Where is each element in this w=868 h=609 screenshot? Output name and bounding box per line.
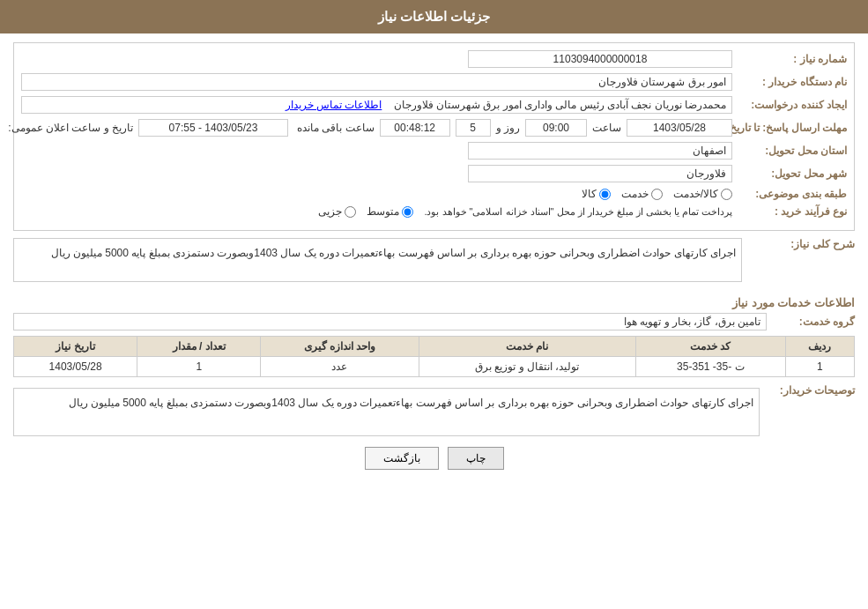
dastgah-label: نام دستگاه خریدار : xyxy=(732,76,847,88)
cell-nam: تولید، انتقال و توزیع برق xyxy=(419,357,635,377)
farayand-radio-group: پرداخت تمام یا بخشی از مبلغ خریدار از مح… xyxy=(21,205,732,218)
table-row: 1ت -35- 351-35تولید، انتقال و توزیع برقع… xyxy=(14,357,855,377)
shomara-row: شماره نیاز : 1103094000000018 xyxy=(21,50,847,68)
radio-kala-khadamat-item[interactable]: کالا/خدمت xyxy=(673,188,732,200)
col-vahed: واحد اندازه گیری xyxy=(261,337,419,357)
col-nam: نام خدمت xyxy=(419,337,635,357)
shomara-value: 1103094000000018 xyxy=(468,50,732,68)
buyer-desc-label: توصیحات خریدار: xyxy=(775,384,855,397)
group-label: گروه خدمت: xyxy=(767,316,855,328)
shahr-value: فلاورجان xyxy=(468,165,732,182)
ostan-value: اصفهان xyxy=(468,142,732,160)
radio-jozyi-label: جزیی xyxy=(318,205,342,218)
contact-link[interactable]: اطلاعات تماس خریدار xyxy=(286,99,382,111)
mohlat-label: مهلت ارسال پاسخ: تا تاریخ: xyxy=(732,122,847,134)
tabaqe-label: طبقه بندی موضوعی: xyxy=(732,188,847,200)
page-title: جزئیات اطلاعات نیاز xyxy=(378,9,490,24)
tarikh-elan-value: 1403/05/23 - 07:55 xyxy=(138,119,288,137)
cell-tarikh: 1403/05/28 xyxy=(14,357,137,377)
khadamat-section: اطلاعات خدمات مورد نیاز گروه خدمت: تامین… xyxy=(13,296,855,377)
radio-kala-khadamat[interactable] xyxy=(721,189,732,200)
radio-kala-label: کالا xyxy=(582,188,597,200)
days-label: روز و xyxy=(496,122,520,134)
tarikh-elan-label: تاریخ و ساعت اعلان عمومی: xyxy=(8,122,133,134)
buyer-desc-section: توصیحات خریدار: اجرای کارتهای حوادث اضطر… xyxy=(13,384,855,436)
radio-jozyi-item[interactable]: جزیی xyxy=(318,205,356,218)
ostan-label: استان محل تحویل: xyxy=(732,145,847,157)
tabaqe-radio-group: کالا/خدمت خدمت کالا xyxy=(21,188,732,200)
radio-khadamat-label: خدمت xyxy=(621,188,649,200)
sharh-section: شرح کلی نیاز: اجرای کارتهای حوادث اضطرار… xyxy=(13,238,855,289)
days-value: 5 xyxy=(456,119,491,137)
radio-motevaset-label: متوسط xyxy=(367,205,399,218)
radio-kala-item[interactable]: کالا xyxy=(582,188,611,200)
group-row: گروه خدمت: تامین برق، گاز، بخار و تهویه … xyxy=(13,313,855,330)
mohlat-row: مهلت ارسال پاسخ: تا تاریخ: 1403/05/28 سا… xyxy=(21,119,847,137)
sharh-label: شرح کلی نیاز: xyxy=(785,238,855,250)
ijad-label: ایجاد کننده درخواست: xyxy=(732,99,847,111)
tabaqe-row: طبقه بندی موضوعی: کالا/خدمت خدمت کالا xyxy=(21,188,847,200)
khadamat-title: اطلاعات خدمات مورد نیاز xyxy=(13,296,855,309)
shahr-label: شهر محل تحویل: xyxy=(732,167,847,180)
dastgah-row: نام دستگاه خریدار : امور برق شهرستان فلا… xyxy=(21,73,847,91)
farayand-label: نوع فرآیند خرید : xyxy=(732,205,847,218)
ostan-row: استان محل تحویل: اصفهان xyxy=(21,142,847,160)
time-label: ساعت xyxy=(592,122,621,134)
page-header: جزئیات اطلاعات نیاز xyxy=(0,0,868,33)
col-tedad: تعداد / مقدار xyxy=(137,337,261,357)
shomara-label: شماره نیاز : xyxy=(732,53,847,65)
ijad-row: ایجاد کننده درخواست: محمدرضا نوریان نجف … xyxy=(21,96,847,114)
cell-radif: 1 xyxy=(785,357,854,377)
radio-kala[interactable] xyxy=(599,189,611,200)
remaining-label: ساعت باقی مانده xyxy=(297,122,375,134)
date-value: 1403/05/28 xyxy=(627,119,732,137)
time-value: 09:00 xyxy=(525,119,587,137)
cell-kod: ت -35- 351-35 xyxy=(635,357,785,377)
radio-khadamat-item[interactable]: خدمت xyxy=(621,188,663,200)
services-table: ردیف کد خدمت نام خدمت واحد اندازه گیری ت… xyxy=(13,336,855,377)
farayand-text: پرداخت تمام یا بخشی از مبلغ خریدار از مح… xyxy=(424,206,732,218)
footer-buttons: چاپ بازگشت xyxy=(13,447,855,480)
cell-tedad: 1 xyxy=(137,357,261,377)
radio-jozyi[interactable] xyxy=(345,206,356,218)
table-header-row: ردیف کد خدمت نام خدمت واحد اندازه گیری ت… xyxy=(14,337,855,357)
radio-motevaset-item[interactable]: متوسط xyxy=(367,205,413,218)
ijad-value: محمدرضا نوریان نجف آبادی رئیس مالی وادار… xyxy=(21,96,732,114)
col-kod: کد خدمت xyxy=(635,337,785,357)
radio-kala-khadamat-label: کالا/خدمت xyxy=(673,188,718,200)
back-button[interactable]: بازگشت xyxy=(365,447,439,470)
shahr-row: شهر محل تحویل: فلاورجان xyxy=(21,165,847,182)
info-section: شماره نیاز : 1103094000000018 نام دستگاه… xyxy=(13,42,855,231)
col-radif: ردیف xyxy=(785,337,854,357)
radio-motevaset[interactable] xyxy=(402,206,413,218)
radio-khadamat[interactable] xyxy=(651,189,663,200)
remaining-value: 00:48:12 xyxy=(380,119,450,137)
group-value: تامین برق، گاز، بخار و تهویه هوا xyxy=(13,313,767,330)
col-tarikh: تاریخ نیاز xyxy=(14,337,137,357)
print-button[interactable]: چاپ xyxy=(448,447,504,470)
cell-vahed: عدد xyxy=(261,357,419,377)
dastgah-value: امور برق شهرستان فلاورجان xyxy=(21,73,732,91)
sharh-text: اجرای کارتهای حوادث اضطراری وبحرانی حوزه… xyxy=(13,238,742,282)
buyer-desc-text: اجرای کارتهای حوادث اضطراری وبحرانی حوزه… xyxy=(13,388,760,436)
farayand-row: نوع فرآیند خرید : پرداخت تمام یا بخشی از… xyxy=(21,205,847,218)
